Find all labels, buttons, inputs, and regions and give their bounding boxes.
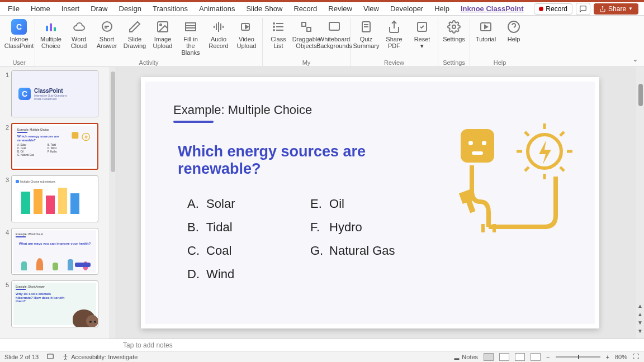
nav-down-icon[interactable]: ▼ (637, 320, 643, 326)
notes-placeholder: Tap to add notes (123, 341, 173, 349)
view-reading-button[interactable] (515, 353, 525, 361)
class-list-button[interactable]: ClassList (265, 18, 292, 58)
menu-draw[interactable]: Draw (85, 3, 113, 14)
language-icon[interactable] (46, 353, 54, 361)
menu-inknoe-classpoint[interactable]: Inknoe ClassPoint (455, 3, 529, 14)
answer-b: B. Tidal (187, 220, 299, 235)
answer-e: E. Oil (310, 197, 422, 211)
reset-icon (414, 19, 430, 35)
slide-question: Which energy sources are renewable? (178, 143, 379, 178)
record-button[interactable]: Record (534, 3, 572, 15)
short-answer-button[interactable]: ShortAnswer (93, 18, 120, 58)
notes-icon (453, 354, 460, 360)
inknoe-classpoint-button[interactable]: CInknoeClassPoint (6, 18, 32, 58)
view-sorter-button[interactable] (499, 353, 509, 361)
menu-slide-show[interactable]: Slide Show (240, 3, 288, 14)
record-dot-icon (539, 7, 543, 11)
slide-canvas[interactable]: Example: Multiple Choice Which energy so… (141, 77, 599, 328)
help-button[interactable]: Help (500, 18, 527, 58)
menu-home[interactable]: Home (25, 3, 56, 14)
tutorial-button[interactable]: Tutorial (472, 18, 499, 58)
image-upload-button[interactable]: ImageUpload (149, 18, 176, 58)
svg-rect-40 (461, 129, 494, 163)
menu-transitions[interactable]: Transitions (147, 3, 193, 14)
svg-marker-30 (485, 25, 487, 28)
share-pdf-button[interactable]: SharePDF (381, 18, 408, 58)
reset-button[interactable]: Reset▾ (409, 18, 435, 58)
notes-toggle[interactable]: Notes (453, 354, 478, 360)
draggable-objects-button[interactable]: DraggableObjects (293, 18, 320, 58)
collapse-ribbon-button[interactable]: ⌄ (632, 55, 638, 63)
share-button[interactable]: Share ▼ (594, 3, 638, 15)
menu-view[interactable]: View (358, 3, 385, 14)
ribbon-group-label: My (265, 58, 348, 67)
slide-position: Slide 2 of 13 (4, 354, 39, 360)
menu-file[interactable]: File (2, 3, 25, 14)
audio-record-button[interactable]: AudioRecord (205, 18, 232, 58)
thumbnail-2[interactable]: 2Example: Multiple ChoiceWhich energy so… (3, 123, 107, 170)
ribbon-group-settings: SettingsSettings (438, 18, 470, 67)
fit-to-window-button[interactable] (633, 353, 640, 361)
board-icon (326, 19, 342, 35)
svg-rect-0 (46, 26, 48, 31)
nav-up2-icon[interactable]: ▲ (637, 311, 643, 317)
bars-icon (43, 19, 59, 35)
thumbnail-preview: CClassPointInteractive Quiz QuestionsIns… (11, 70, 98, 117)
notes-pane[interactable]: Tap to add notes (0, 339, 644, 351)
menu-design[interactable]: Design (113, 3, 147, 14)
sheet-icon (358, 19, 374, 35)
accessibility-status[interactable]: Accessibility: Investigate (62, 354, 138, 360)
whiteboard-bg-button[interactable]: WhiteboardBackgrounds (321, 18, 348, 58)
ribbon-group-label: Settings (441, 58, 467, 67)
thumbnail-5[interactable]: 5Example: Short AnswerWhy do some animal… (3, 280, 107, 327)
multiple-choice-button[interactable]: MultipleChoice (37, 18, 64, 58)
menu-insert[interactable]: Insert (56, 3, 86, 14)
view-normal-button[interactable] (484, 353, 494, 361)
svg-point-20 (273, 30, 274, 31)
menu-help[interactable]: Help (429, 3, 455, 14)
svg-rect-5 (186, 23, 196, 31)
thumbnail-number: 4 (3, 228, 11, 236)
word-cloud-button[interactable]: WordCloud (65, 18, 92, 58)
svg-rect-38 (58, 188, 67, 214)
fill-blanks-button[interactable]: Fill in theBlanks (177, 18, 204, 58)
slide-scrollbar-thumb[interactable] (638, 84, 643, 106)
zoom-slider[interactable] (556, 356, 600, 358)
share-label: Share (608, 5, 626, 13)
zoom-percent: 80% (615, 354, 627, 360)
menu-developer[interactable]: Developer (385, 3, 429, 14)
image-icon (155, 19, 171, 35)
menu-review[interactable]: Review (323, 3, 358, 14)
svg-point-4 (160, 24, 162, 26)
answer-f: F. Hydro (310, 220, 422, 235)
cp-logo-icon: C (11, 19, 27, 35)
svg-marker-14 (245, 25, 248, 28)
thumbnail-3[interactable]: 3Multiple Choice submissions (3, 175, 107, 222)
nav-up-icon[interactable]: ▲ (637, 303, 643, 309)
slide-drawing-button[interactable]: SlideDrawing (121, 18, 148, 58)
answer-c: C. Coal (187, 244, 299, 258)
ribbon: CInknoeClassPointUserMultipleChoiceWordC… (0, 16, 644, 67)
svg-point-19 (273, 26, 274, 27)
video-upload-button[interactable]: VideoUpload (233, 18, 260, 58)
status-bar: Slide 2 of 13 Accessibility: Investigate… (0, 351, 644, 362)
thumbnail-scrollbar-thumb[interactable] (111, 72, 115, 172)
menu-record[interactable]: Record (288, 3, 323, 14)
quiz-summary-button[interactable]: QuizSummary (353, 18, 380, 58)
comments-button[interactable] (576, 3, 590, 15)
svg-line-52 (560, 167, 564, 171)
thumbnail-number: 3 (3, 175, 11, 183)
thumbnail-4[interactable]: 4Example: Word CloudWhat are ways you ca… (3, 228, 107, 275)
settings-button[interactable]: Settings (441, 18, 467, 58)
view-slideshow-button[interactable] (531, 353, 541, 361)
zoom-out-button[interactable]: − (546, 354, 550, 360)
menu-animations[interactable]: Animations (193, 3, 240, 14)
zoom-in-button[interactable]: + (606, 354, 609, 360)
slide-scrollbar[interactable] (636, 67, 644, 339)
nav-down2-icon[interactable]: ▼ (637, 328, 643, 334)
thumbnail-scrollbar[interactable] (109, 67, 116, 339)
thumbnail-1[interactable]: 1CClassPointInteractive Quiz QuestionsIn… (3, 70, 107, 117)
slide-nav-arrows[interactable]: ▲ ▲ ▼ ▼ (637, 303, 643, 334)
ribbon-group-label: Help (472, 58, 527, 67)
svg-rect-35 (21, 192, 30, 214)
